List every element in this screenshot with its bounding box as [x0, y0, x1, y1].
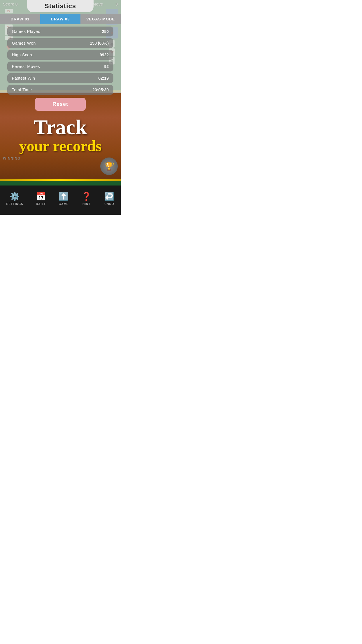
daily-label: DAILY — [36, 202, 46, 206]
daily-icon: 📅 — [36, 192, 46, 201]
banner-records-text: your records — [19, 138, 102, 154]
trophy-icon: 🏆 — [104, 162, 114, 171]
undo-label: UNDO — [104, 202, 114, 206]
stat-fewest-moves: Fewest Moves 92 — [7, 62, 113, 71]
stat-fewest-moves-label: Fewest Moves — [12, 64, 40, 69]
tab-draw01[interactable]: DRAW 01 — [0, 14, 40, 24]
mode-tabs: DRAW 01 DRAW 03 VEGAS MODE — [0, 14, 121, 24]
modal-title-tab: Statistics — [27, 0, 94, 12]
stat-high-score: High Score 9922 — [7, 50, 113, 60]
toolbar-game[interactable]: ⬆️ GAME — [59, 192, 69, 206]
stat-games-played: Games Played 250 — [7, 27, 113, 36]
stat-high-score-value: 9922 — [100, 52, 109, 57]
stat-total-time-label: Total Time — [12, 88, 32, 92]
toolbar-undo[interactable]: ↩️ UNDO — [104, 192, 114, 206]
stat-games-played-label: Games Played — [12, 29, 41, 34]
stat-high-score-label: High Score — [12, 52, 34, 57]
stat-games-played-value: 250 — [102, 29, 109, 34]
settings-icon: ⚙️ — [10, 192, 20, 201]
tab-vegas[interactable]: VEGAS MODE — [80, 14, 121, 24]
modal-title: Statistics — [45, 2, 76, 10]
stat-total-time-value: 23:05:30 — [92, 88, 109, 92]
stat-games-won-value: 150 (60%) — [90, 41, 109, 46]
game-label: GAME — [59, 202, 68, 206]
bottom-toolbar: ⚙️ SETTINGS 📅 DAILY ⬆️ GAME ❓ HINT ↩️ UN… — [0, 186, 121, 215]
undo-icon: ↩️ — [104, 192, 114, 201]
winning-label: WINNING — [3, 156, 20, 160]
reset-button[interactable]: Reset — [35, 98, 86, 111]
stats-list: Games Played 250 Games Won 150 (60%) Hig… — [7, 27, 113, 95]
stat-total-time: Total Time 23:05:30 — [7, 85, 113, 95]
screen: Score 0 Move 0 2♦ K♣ Q♥ J♣ 10♥ ♥ ♦ ♠ ♥ ♠… — [0, 0, 121, 215]
toolbar-daily[interactable]: 📅 DAILY — [36, 192, 46, 206]
stat-games-won: Games Won 150 (60%) — [7, 38, 113, 48]
hint-icon: ❓ — [81, 192, 92, 201]
stat-fastest-win-label: Fastest Win — [12, 76, 35, 80]
game-icon: ⬆️ — [59, 192, 69, 201]
hint-label: HINT — [82, 202, 90, 206]
toolbar-hint[interactable]: ❓ HINT — [81, 192, 92, 206]
stat-fastest-win: Fastest Win 02:19 — [7, 73, 113, 83]
tab-draw03[interactable]: DRAW 03 — [40, 14, 80, 24]
settings-label: SETTINGS — [6, 202, 23, 206]
stat-fastest-win-value: 02:19 — [98, 76, 109, 80]
banner-border-bottom — [0, 179, 121, 181]
trophy-badge: 🏆 — [100, 158, 118, 175]
stat-fewest-moves-value: 92 — [104, 64, 109, 69]
toolbar-settings[interactable]: ⚙️ SETTINGS — [6, 192, 23, 206]
stat-games-won-label: Games Won — [12, 41, 36, 46]
banner-track-text: Track — [34, 117, 87, 138]
statistics-modal: Statistics DRAW 01 DRAW 03 VEGAS MODE Ga… — [0, 0, 121, 93]
